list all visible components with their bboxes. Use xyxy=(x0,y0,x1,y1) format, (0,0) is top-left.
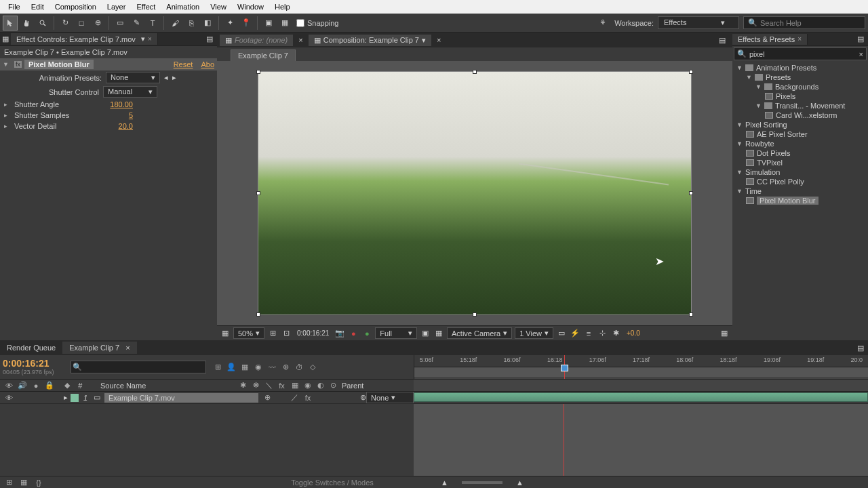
clone-tool-icon[interactable]: ⎘ xyxy=(184,16,199,30)
layer-switch-icon[interactable]: ／ xyxy=(288,392,300,404)
tab-render-queue[interactable]: Render Queue xyxy=(0,342,62,354)
close-icon[interactable]: × xyxy=(125,344,130,352)
menu-animation[interactable]: Animation xyxy=(161,1,205,12)
expand-icon[interactable]: ▼ xyxy=(736,121,743,128)
effects-tree-item[interactable]: Pixel Motion Blur xyxy=(734,196,867,205)
zoom-slider[interactable] xyxy=(462,481,502,484)
expand-icon[interactable]: ▼ xyxy=(736,64,743,71)
sync-icon[interactable]: ⚘ xyxy=(595,16,610,30)
grid-icon[interactable]: ⊡ xyxy=(281,328,292,339)
switch-icon[interactable]: ◐ xyxy=(315,380,326,392)
close-icon[interactable]: × xyxy=(437,36,441,44)
frame-blend-icon[interactable]: ▦ xyxy=(239,361,251,373)
menu-edit[interactable]: Edit xyxy=(26,1,50,12)
channel-icon[interactable]: ● xyxy=(348,328,359,339)
view-dropdown[interactable]: 1 View▾ xyxy=(515,327,553,339)
expand-icon[interactable]: ▸ xyxy=(4,112,7,119)
prop-dropdown[interactable]: Manual▾ xyxy=(103,86,157,98)
graph-icon[interactable]: 〰 xyxy=(266,361,278,373)
collapse-icon[interactable]: ▼ xyxy=(3,61,9,68)
effects-tree-item[interactable]: ▼Transit... - Movement xyxy=(734,101,867,110)
exposure-reset-icon[interactable]: ✱ xyxy=(610,328,621,339)
timeline-timecode[interactable]: 0:00:16:21 xyxy=(3,358,65,369)
layer-expand-icon[interactable]: ▸ xyxy=(61,393,71,402)
camera-tool-icon[interactable]: □ xyxy=(74,16,89,30)
workspace-dropdown[interactable]: Effects ▾ xyxy=(658,16,739,29)
layer-name[interactable]: Example Clip 7.mov xyxy=(104,393,258,403)
expand-icon[interactable]: ▼ xyxy=(736,188,743,195)
parent-pickwhip-icon[interactable]: ⊚ xyxy=(360,393,366,402)
layer-fx-icon[interactable]: fx xyxy=(302,392,314,404)
playhead-icon[interactable] xyxy=(561,365,568,371)
expand-icon[interactable]: ▸ xyxy=(4,101,7,108)
effects-tree-item[interactable]: AE Pixel Sorter xyxy=(734,129,867,139)
layer-bar[interactable] xyxy=(414,392,868,402)
tab-composition[interactable]: Example Clip 7 × xyxy=(62,342,136,354)
alpha-icon[interactable]: ▦ xyxy=(220,328,231,339)
footer-icon[interactable]: ⊞ xyxy=(3,476,15,489)
effect-controls-tab[interactable]: Effect Controls: Example Clip 7.mov ▾ × xyxy=(11,33,158,45)
prop-value[interactable]: 20.0 xyxy=(119,122,133,130)
brain-icon[interactable]: ⊕ xyxy=(279,361,292,373)
effects-search-input[interactable] xyxy=(749,50,856,58)
switch-icon[interactable]: ◉ xyxy=(302,380,313,392)
effects-tree-item[interactable]: Pixels xyxy=(734,92,867,101)
comp-button-icon[interactable]: ⊞ xyxy=(212,361,224,373)
selection-tool-icon[interactable] xyxy=(3,16,18,30)
about-link[interactable]: Abo xyxy=(201,60,214,68)
search-help-input[interactable]: 🔍 Search Help xyxy=(743,16,865,29)
prop-value[interactable]: 5 xyxy=(129,111,133,119)
hand-tool-icon[interactable] xyxy=(19,16,34,30)
rectangle-tool-icon[interactable]: ▭ xyxy=(113,16,127,30)
transparency-icon[interactable]: ▦ xyxy=(433,328,444,339)
menu-composition[interactable]: Composition xyxy=(50,1,102,12)
effects-presets-tab[interactable]: Effects & Presets × xyxy=(732,34,808,45)
effects-tree-item[interactable]: Dot Pixels xyxy=(734,148,867,158)
menu-help[interactable]: Help xyxy=(269,1,296,12)
expand-icon[interactable]: ▼ xyxy=(755,102,762,109)
switch-icon[interactable]: ▦ xyxy=(289,380,300,392)
layer-eye-icon[interactable]: 👁 xyxy=(3,392,15,404)
expand-icon[interactable]: ▼ xyxy=(746,74,752,81)
flowchart-icon[interactable]: ⊹ xyxy=(597,328,608,339)
layer-solo-icon[interactable] xyxy=(30,392,42,404)
lock-col-icon[interactable]: 🔒 xyxy=(43,380,56,392)
composition-viewer[interactable]: ➤ xyxy=(217,61,732,325)
zoom-out-icon[interactable]: ▲ xyxy=(441,479,448,487)
reset-link[interactable]: Reset xyxy=(174,60,193,68)
brush-tool-icon[interactable]: 🖌 xyxy=(167,16,182,30)
switch-icon[interactable]: ❋ xyxy=(250,380,262,392)
toggle-switches-button[interactable]: Toggle Switches / Modes xyxy=(231,479,434,487)
expand-icon[interactable]: ▼ xyxy=(755,83,762,90)
composition-tab[interactable]: ▦ Composition: Example Clip 7 ▾ xyxy=(309,35,431,46)
prev-preset-icon[interactable]: ◂ xyxy=(164,73,168,82)
auto-key-icon[interactable]: ◇ xyxy=(307,361,319,373)
viewer-timecode[interactable]: 0:00:16:21 xyxy=(294,329,332,338)
effects-tree-item[interactable]: TVPixel xyxy=(734,158,867,167)
effects-tree-item[interactable]: CC Pixel Polly xyxy=(734,177,867,186)
timeline-ruler[interactable]: 5:06f15:18f16:06f16:1817:06f17:18f18:06f… xyxy=(414,355,868,379)
snap-icon[interactable]: ▣ xyxy=(261,16,276,30)
close-icon[interactable]: × xyxy=(797,35,802,43)
snap2-icon[interactable]: ▦ xyxy=(277,16,292,30)
panel-options-icon[interactable]: ▤ xyxy=(202,35,217,43)
viewer-tab[interactable]: Example Clip 7 xyxy=(231,49,296,61)
clear-search-icon[interactable]: × xyxy=(859,50,863,58)
res-icon[interactable]: ⊞ xyxy=(267,328,278,339)
effects-tree-item[interactable]: ▼Animation Presets xyxy=(734,63,867,73)
zoom-in-icon[interactable]: ▲ xyxy=(516,479,524,487)
col-source-name[interactable]: Source Name xyxy=(87,382,237,390)
panel-options-icon[interactable]: ▤ xyxy=(853,35,868,43)
snapshot-icon[interactable]: 📷 xyxy=(334,328,345,339)
roi-icon[interactable]: ▣ xyxy=(420,328,431,339)
switch-icon[interactable]: fx xyxy=(276,380,288,392)
footer-icon[interactable]: {} xyxy=(33,476,45,489)
label-col-icon[interactable]: ◆ xyxy=(61,380,73,392)
layer-audio-icon[interactable] xyxy=(16,392,28,404)
effects-tree-item[interactable]: ▼Time xyxy=(734,186,867,196)
footer-icon[interactable]: ▦ xyxy=(18,476,30,489)
animation-presets-dropdown[interactable]: None▾ xyxy=(106,72,160,83)
menu-layer[interactable]: Layer xyxy=(102,1,132,12)
expand-icon[interactable]: ▸ xyxy=(4,123,7,129)
type-tool-icon[interactable]: T xyxy=(145,16,160,30)
